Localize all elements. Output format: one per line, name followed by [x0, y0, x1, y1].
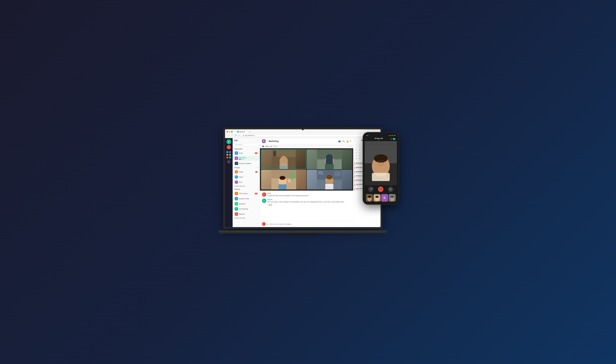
cal-day-26[interactable]: 26 [355, 157, 358, 160]
end-call-button[interactable]: 📞 [377, 185, 385, 193]
oliver-avatar: O [235, 175, 238, 179]
rooms-toggle-icon[interactable]: ▾ [234, 189, 234, 190]
contact-avatar-6[interactable] [229, 156, 231, 159]
url-text: app.element.io [245, 135, 255, 136]
channel-item-hr-hiring[interactable]: H HR & hiring 12 [233, 191, 259, 196]
contact-avatar-5[interactable] [226, 156, 228, 159]
cal-day-29-prev[interactable]: 29 [358, 146, 361, 149]
chevron-down-icon: ▾ [234, 185, 235, 187]
marketing-call-info: 📹 45:02 [239, 158, 258, 160]
video-cell-4 [307, 170, 352, 190]
cal-day-27[interactable]: 27 [358, 157, 361, 160]
close-window-button[interactable] [226, 131, 228, 132]
cal-day-28-prev[interactable]: 28 [355, 146, 358, 149]
channel-item-website[interactable]: W Website [233, 212, 259, 217]
search-header-icon[interactable]: 🔍 [342, 140, 345, 142]
show-more-people-button[interactable]: ▾ Show 26 more [233, 185, 260, 188]
video-cell-3 [261, 170, 307, 190]
chevron-down-icon-rooms: ▾ [234, 217, 235, 219]
channel-item-jess[interactable]: J Jess [233, 180, 259, 184]
user-avatar-lilly[interactable]: L [227, 145, 231, 149]
room-name-q2-planning: Q2 Planning [239, 208, 258, 210]
phone-thumb-2[interactable] [374, 194, 380, 202]
chat-input-field[interactable] [270, 223, 351, 225]
show-more-rooms-label: Show 10 more [236, 217, 245, 219]
add-favourite-button[interactable]: + [257, 148, 258, 150]
meeting-bar-newsletter [355, 171, 355, 174]
phone-back-button[interactable]: ‹ [366, 138, 367, 140]
channel-item-analytics[interactable]: A Analytics [233, 201, 259, 206]
cal-day-12[interactable]: 12 [355, 152, 358, 154]
add-space-button[interactable]: + [227, 160, 231, 164]
phone-call-title: Group call [375, 137, 383, 139]
cal-day-13[interactable]: 13 [358, 152, 361, 154]
forward-button[interactable]: → [230, 134, 234, 137]
show-more-people-label: Show 26 more [236, 185, 245, 187]
daniel-message-reaction[interactable]: 👍 1 [267, 204, 273, 206]
svg-rect-13 [326, 159, 333, 164]
channel-item-q2-planning[interactable]: Q Q2 Planning [233, 207, 259, 211]
lilly-message-content: Lilly I'll add the link of the newslette… [267, 193, 351, 197]
contact-avatar-2[interactable] [229, 151, 231, 153]
tab-close-button[interactable]: × [245, 131, 246, 133]
channel-item-oliver[interactable]: O Oliver [233, 175, 259, 180]
meeting-bar-john [355, 179, 355, 182]
home-button[interactable]: ⌂ [238, 134, 240, 137]
laptop-camera [302, 129, 304, 130]
refresh-button[interactable]: ↻ [234, 134, 237, 137]
cal-day-19[interactable]: 19 [355, 155, 358, 157]
channel-item-support-team[interactable]: S Support Team [233, 196, 259, 201]
video-call-icon[interactable]: 📹 [338, 140, 341, 142]
new-tab-button[interactable]: + [248, 130, 251, 133]
contact-avatar-3[interactable] [226, 154, 228, 156]
contact-avatar-4[interactable] [229, 154, 231, 156]
svg-point-22 [288, 179, 290, 182]
product-updates-avatar: P [235, 162, 238, 165]
lilly-message-author: Lilly [267, 193, 351, 194]
app-logo[interactable]: ✦ [226, 139, 231, 144]
people-toggle-icon[interactable]: ▾ [234, 167, 234, 168]
svg-point-39 [374, 154, 388, 163]
cal-header-m: M [358, 144, 361, 146]
channel-item-product-updates[interactable]: P Product updates [233, 161, 259, 166]
browser-tab-element[interactable]: ✦ Element × [236, 130, 248, 133]
favourites-toggle-icon[interactable]: ▾ [234, 148, 234, 150]
back-button[interactable]: ← [226, 134, 230, 137]
channel-item-sales[interactable]: S Sales 12 [233, 151, 259, 156]
hr-hiring-badge: 12 [255, 193, 258, 195]
info-icon[interactable]: ℹ [350, 140, 351, 142]
cal-day-6[interactable]: 6 [358, 149, 361, 151]
show-more-rooms-button[interactable]: ▾ Show 10 more [233, 217, 260, 220]
phone-grid-icon[interactable]: ⊞ [391, 138, 392, 140]
encrypted-icon: 🔒 [267, 223, 268, 225]
video-call-banner: 📹 Video call 45:02 ⤢ [260, 144, 353, 148]
traffic-lights [226, 131, 233, 132]
phone-participant-count: 14 [393, 138, 395, 140]
fullscreen-window-button[interactable] [231, 131, 233, 132]
lilly-message-text: I'll add the link of the newsletter to t… [267, 195, 351, 197]
header-chevron-icon[interactable]: ▾ [257, 140, 258, 141]
expand-call-icon[interactable]: ⤢ [350, 145, 351, 147]
add-room-button[interactable]: + [257, 188, 258, 190]
phone-thumb-k[interactable]: K 🔇 [381, 194, 388, 202]
contact-avatar-1[interactable] [226, 151, 228, 153]
video-cell-2 [307, 149, 352, 169]
phone-thumb-1[interactable] [366, 194, 373, 202]
browser-nav-bar: ← → ↻ ⌂ 🔒 app.element.io ☆ ⋮ [226, 134, 379, 137]
add-person-button[interactable]: + [257, 167, 258, 169]
people-label: People [235, 167, 240, 169]
channel-item-marketing[interactable]: M Marketing 📹 45:02 [233, 156, 259, 161]
minimize-window-button[interactable] [229, 131, 230, 132]
search-bar[interactable]: 🔍 Search [234, 143, 259, 146]
channel-item-roger[interactable]: R Roger 4 [233, 169, 259, 174]
mute-microphone-button[interactable]: 🎤 [368, 187, 374, 192]
cal-day-5[interactable]: 5 [355, 149, 358, 151]
cal-day-20[interactable]: 20 [358, 155, 361, 157]
favourites-section-header: ▾ Favourites + [233, 147, 260, 151]
video-call-grid [260, 148, 353, 191]
notification-icon[interactable]: 🔔 [346, 140, 349, 142]
phone-thumb-4[interactable] [389, 194, 396, 202]
address-bar[interactable]: 🔒 app.element.io [241, 134, 374, 137]
meetings-back-icon[interactable]: ‹ [355, 139, 355, 142]
toggle-camera-button[interactable]: 📷 [388, 187, 393, 192]
